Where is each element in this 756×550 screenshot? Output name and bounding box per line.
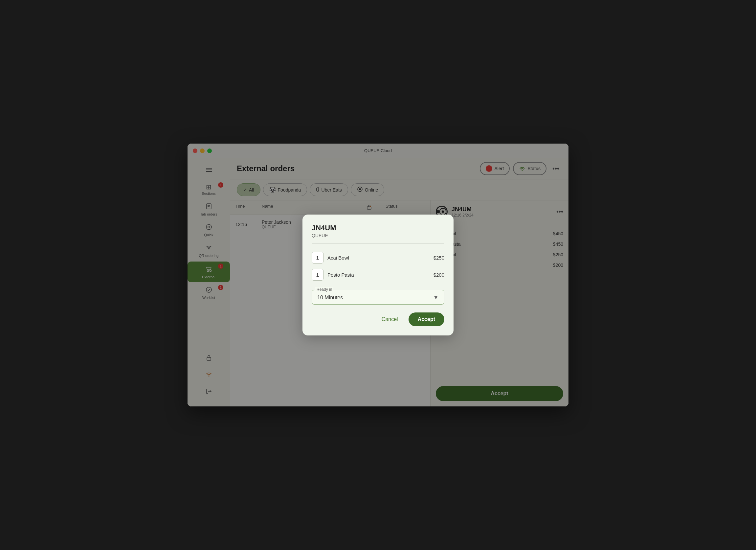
ready-in-value: 10 Minutes <box>317 295 343 301</box>
modal-order-id: JN4UM <box>312 224 444 232</box>
chevron-down-icon: ▼ <box>433 294 439 301</box>
modal-item-qty-1: 1 <box>312 252 323 263</box>
modal-items: 1 Acai Bowl $250 1 Pesto Pasta $200 <box>312 249 444 283</box>
app-window: QUEUE Cloud 1 ⊞ Sections <box>188 143 568 407</box>
ready-in-label: Ready in <box>315 287 333 292</box>
modal-actions: Cancel Accept <box>312 313 444 326</box>
modal-item-name-2: Pesto Pasta <box>327 272 430 278</box>
modal-source: QUEUE <box>312 233 444 238</box>
ready-in-group: Ready in 10 Minutes ▼ <box>312 290 444 305</box>
modal-overlay: JN4UM QUEUE 1 Acai Bowl $250 1 Pesto Pas… <box>188 143 568 407</box>
modal-header: JN4UM QUEUE <box>312 224 444 244</box>
modal-item-name-1: Acai Bowl <box>327 255 430 260</box>
modal-item-price-2: $200 <box>434 272 444 278</box>
modal-item-price-1: $250 <box>434 255 444 260</box>
modal-item-1: 1 Acai Bowl $250 <box>312 249 444 266</box>
modal-item-qty-2: 1 <box>312 269 323 281</box>
accept-button[interactable]: Accept <box>409 313 444 326</box>
order-accept-modal: JN4UM QUEUE 1 Acai Bowl $250 1 Pesto Pas… <box>302 214 454 336</box>
modal-item-2: 1 Pesto Pasta $200 <box>312 266 444 283</box>
ready-in-select[interactable]: 10 Minutes ▼ <box>316 292 440 301</box>
cancel-button[interactable]: Cancel <box>376 313 403 326</box>
